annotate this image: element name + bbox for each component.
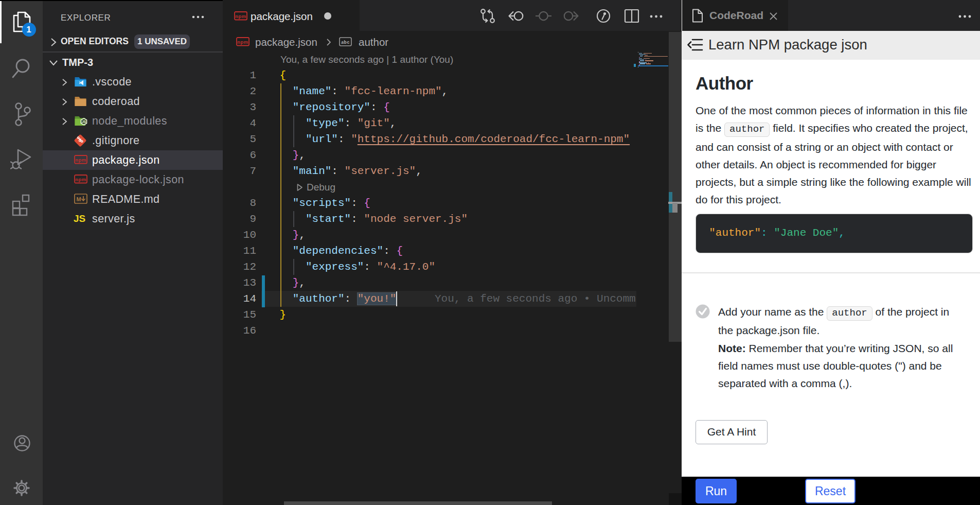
svg-text:abc: abc [341,40,349,45]
svg-text:JS: JS [82,120,86,124]
svg-text:npm: npm [235,13,246,19]
svg-text:npm: npm [237,39,248,45]
svg-text:M: M [76,196,81,202]
svg-text:npm: npm [75,157,86,163]
svg-text:npm: npm [75,177,86,182]
